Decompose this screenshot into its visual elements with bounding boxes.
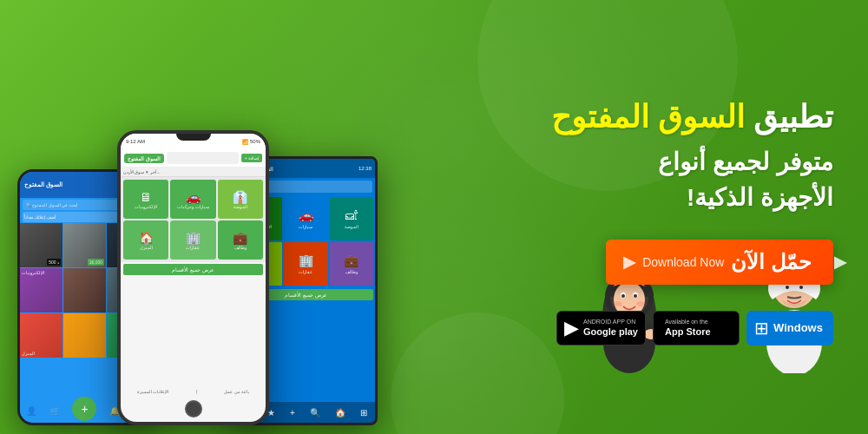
- download-now-button[interactable]: حمّل الآن Download Now ▶: [606, 240, 833, 285]
- google-play-badge[interactable]: ▶ ANDROID APP ON Google play: [556, 311, 646, 345]
- content-section: تطبيق السوق المفتوح متوفر لجميع أنواع ال…: [434, 0, 868, 434]
- google-play-icon: ▶: [564, 317, 579, 339]
- windows-large-text: Windows: [773, 321, 823, 335]
- windows-icon: ⊞: [754, 318, 769, 339]
- app-store-badge[interactable]: Available on the App Store: [653, 311, 740, 345]
- deco-circle-2: [391, 312, 564, 434]
- google-play-small-text: ANDROID APP ON: [583, 319, 638, 326]
- download-english-label: Download Now: [642, 255, 724, 269]
- windows-badge[interactable]: ⊞ Windows: [746, 311, 833, 345]
- ios-phone: 9:12 AM 📶 50% السوق المفتوح + إضافة سوق …: [117, 130, 269, 425]
- phones-section: السوق المفتوح 🔔 🔍 ابحث في السوق المفتوح …: [0, 0, 399, 434]
- main-title-line2: متوفر لجميع أنواع: [551, 147, 833, 178]
- store-badges-container: ▶ ANDROID APP ON Google play Available o…: [556, 311, 833, 345]
- main-title-line1: تطبيق السوق المفتوح: [551, 97, 833, 138]
- app-store-large-text: App Store: [665, 326, 711, 338]
- app-store-small-text: Available on the: [665, 319, 711, 326]
- google-play-large-text: Google play: [583, 326, 638, 338]
- main-banner: السوق المفتوح 🔔 🔍 ابحث في السوق المفتوح …: [0, 0, 868, 434]
- download-button-wrapper[interactable]: حمّل الآن Download Now ▶: [606, 240, 833, 298]
- main-title-line3: الأجهزة الذكية!: [551, 182, 833, 214]
- download-arabic-label: حمّل الآن: [731, 250, 812, 274]
